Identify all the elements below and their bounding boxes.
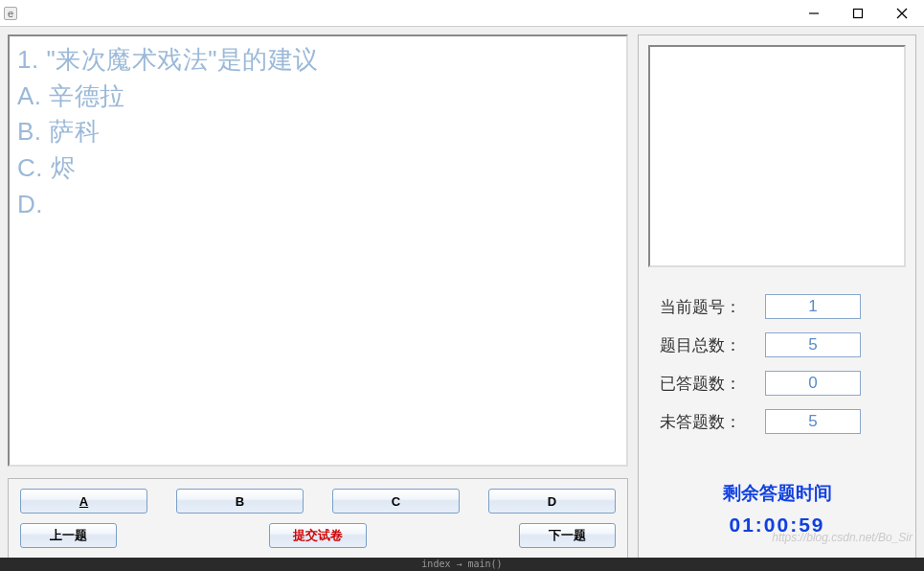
- stat-total-value: 5: [765, 332, 861, 357]
- question-line: 1. "来次魔术戏法"是的建议: [17, 42, 619, 79]
- next-button[interactable]: 下一题: [519, 523, 616, 548]
- stat-current-label: 当前题号：: [660, 296, 765, 318]
- nav-button-row: 上一题 提交试卷 下一题: [14, 523, 621, 548]
- window-titlebar: e: [0, 0, 924, 27]
- titlebar-icon: e: [4, 7, 17, 20]
- answer-button-row: A B C D: [14, 489, 621, 514]
- stat-current-value: 1: [765, 294, 861, 319]
- option-a-text: A. 辛德拉: [17, 79, 619, 115]
- close-button[interactable]: [880, 0, 924, 27]
- stat-unanswered-label: 未答题数：: [660, 411, 765, 433]
- stat-answered: 已答题数： 0: [660, 371, 894, 396]
- question-box: 1. "来次魔术戏法"是的建议 A. 辛德拉 B. 萨科 C. 烬 D.: [8, 34, 628, 467]
- option-d-text: D.: [17, 187, 619, 223]
- answer-d-button[interactable]: D: [488, 489, 616, 514]
- option-c-text: C. 烬: [17, 150, 619, 187]
- svg-rect-1: [854, 9, 863, 17]
- right-panel: 当前题号： 1 题目总数： 5 已答题数： 0 未答题数： 5 剩余答题时间 0…: [638, 34, 916, 559]
- stat-answered-value: 0: [765, 371, 861, 396]
- question-text: 1. "来次魔术戏法"是的建议 A. 辛德拉 B. 萨科 C. 烬 D.: [17, 42, 619, 222]
- answer-b-button[interactable]: B: [176, 489, 304, 514]
- stat-unanswered: 未答题数： 5: [660, 409, 894, 434]
- maximize-button[interactable]: [836, 0, 880, 27]
- footer-strip: index → main(): [0, 558, 924, 571]
- prev-button[interactable]: 上一题: [20, 523, 117, 548]
- minimize-button[interactable]: [792, 0, 836, 27]
- spacer: [395, 523, 490, 548]
- submit-button[interactable]: 提交试卷: [269, 523, 366, 548]
- left-panel: 1. "来次魔术戏法"是的建议 A. 辛德拉 B. 萨科 C. 烬 D. A B…: [8, 34, 628, 559]
- stat-unanswered-value: 5: [765, 409, 861, 434]
- window-controls: [792, 0, 924, 27]
- stats-area: 当前题号： 1 题目总数： 5 已答题数： 0 未答题数： 5: [648, 294, 906, 447]
- main-area: 1. "来次魔术戏法"是的建议 A. 辛德拉 B. 萨科 C. 烬 D. A B…: [0, 27, 924, 566]
- image-box: [648, 45, 906, 267]
- stat-current: 当前题号： 1: [660, 294, 894, 319]
- stat-total: 题目总数： 5: [660, 332, 894, 357]
- spacer: [146, 523, 240, 548]
- option-b-text: B. 萨科: [17, 114, 619, 150]
- button-area: A B C D 上一题 提交试卷 下一题: [8, 478, 628, 559]
- stat-answered-label: 已答题数：: [660, 373, 765, 395]
- answer-a-button[interactable]: A: [20, 489, 147, 514]
- watermark: https://blog.csdn.net/Bo_Sir: [772, 531, 913, 544]
- stat-total-label: 题目总数：: [660, 334, 765, 356]
- timer-label: 剩余答题时间: [648, 481, 906, 506]
- answer-c-button[interactable]: C: [332, 489, 460, 514]
